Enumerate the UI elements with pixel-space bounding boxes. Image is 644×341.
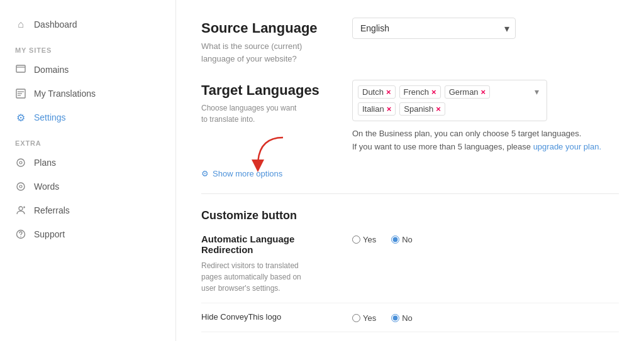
- sidebar-item-words[interactable]: Words: [0, 175, 175, 198]
- auto-redirect-yes-radio[interactable]: [352, 235, 360, 244]
- sidebar-item-label: Dashboard: [34, 19, 77, 30]
- target-languages-title: Target Languages: [201, 82, 327, 99]
- svg-point-9: [19, 185, 22, 188]
- plans-icon: [15, 157, 26, 168]
- customize-button-title: Customize button: [201, 209, 619, 222]
- source-language-label-col: Source Language What is the source (curr…: [201, 18, 327, 65]
- gear-show-more-icon: ⚙: [201, 169, 209, 178]
- svg-point-10: [19, 207, 23, 210]
- source-language-control: English French Spanish German Dutch Ital…: [352, 18, 619, 39]
- auto-redirect-yes-label[interactable]: Yes: [352, 235, 376, 244]
- tag-spanish-close[interactable]: ×: [436, 105, 441, 113]
- tag-italian-label: Italian: [362, 104, 384, 114]
- auto-redirect-label-col: Automatic Language Redirection Redirect …: [201, 234, 327, 294]
- target-languages-tags-container[interactable]: Dutch × French × German × ▾ Italian × Sp: [352, 80, 547, 121]
- settings-icon: ⚙: [15, 112, 26, 123]
- extra-section-label: EXTRA: [0, 129, 175, 151]
- auto-redirect-desc: Redirect visitors to translated pages au…: [201, 260, 327, 294]
- main-content: Source Language What is the source (curr…: [176, 0, 644, 341]
- domains-icon: [15, 64, 26, 75]
- tag-french: French ×: [399, 85, 441, 99]
- hide-logo-radio-group: Yes No: [352, 312, 413, 323]
- tag-dutch-close[interactable]: ×: [386, 88, 391, 96]
- tag-italian: Italian ×: [358, 102, 396, 116]
- sidebar-item-label: Support: [34, 229, 65, 239]
- sidebar-item-label: Settings: [34, 112, 66, 122]
- tag-german-label: German: [449, 87, 479, 97]
- source-language-select-wrapper[interactable]: English French Spanish German Dutch Ital…: [352, 18, 516, 39]
- svg-point-6: [17, 159, 25, 166]
- source-language-title: Source Language: [201, 20, 327, 36]
- section-divider: [201, 193, 619, 194]
- sidebar: ⌂ Dashboard MY SITES Domains My Translat…: [0, 0, 176, 341]
- show-more-section: ⚙ Show more options: [201, 169, 619, 178]
- sidebar-item-label: Words: [34, 181, 59, 192]
- source-language-desc: What is the source (current) language of…: [201, 40, 327, 65]
- sidebar-item-label: Domains: [34, 65, 69, 75]
- auto-redirect-no-radio[interactable]: [391, 235, 399, 244]
- auto-redirect-yes-text: Yes: [363, 235, 376, 244]
- target-languages-label-col: Target Languages Choose languages you wa…: [201, 80, 327, 125]
- hide-logo-no-text: No: [402, 313, 413, 323]
- sidebar-item-label: Referrals: [34, 205, 70, 215]
- auto-redirect-no-text: No: [402, 235, 413, 244]
- hide-logo-yes-radio[interactable]: [352, 314, 360, 322]
- source-language-select[interactable]: English French Spanish German Dutch Ital…: [352, 18, 516, 39]
- tag-spanish: Spanish ×: [399, 102, 445, 116]
- sidebar-item-domains[interactable]: Domains: [0, 58, 175, 82]
- tag-dutch-label: Dutch: [362, 87, 384, 97]
- hide-logo-yes-text: Yes: [363, 313, 376, 323]
- dashboard-icon: ⌂: [15, 19, 26, 30]
- support-icon: [15, 229, 26, 240]
- hide-logo-no-label[interactable]: No: [391, 313, 413, 323]
- sidebar-item-label: My Translations: [34, 89, 96, 99]
- svg-point-8: [17, 183, 25, 190]
- sidebar-item-support[interactable]: Support: [0, 222, 175, 246]
- tag-german-close[interactable]: ×: [481, 88, 486, 96]
- tags-dropdown-arrow[interactable]: ▾: [532, 85, 541, 98]
- hide-logo-no-radio[interactable]: [391, 314, 399, 322]
- sidebar-item-plans[interactable]: Plans: [0, 151, 175, 175]
- words-icon: [15, 181, 26, 192]
- hide-logo-yes-label[interactable]: Yes: [352, 313, 376, 323]
- auto-redirect-row: Automatic Language Redirection Redirect …: [201, 225, 619, 303]
- tag-german: German ×: [445, 85, 491, 99]
- source-language-section: Source Language What is the source (curr…: [201, 18, 619, 65]
- translate-media-row: Translate Media (adopt images Yes No: [201, 332, 619, 341]
- tag-spanish-label: Spanish: [404, 104, 433, 114]
- upgrade-plan-link[interactable]: upgrade your plan.: [533, 142, 601, 151]
- sidebar-item-my-translations[interactable]: My Translations: [0, 82, 175, 106]
- tag-italian-close[interactable]: ×: [387, 105, 392, 113]
- auto-redirect-title: Automatic Language Redirection: [201, 234, 327, 255]
- sidebar-item-settings[interactable]: ⚙ Settings: [0, 106, 175, 129]
- hide-logo-row: Hide ConveyThis logo Yes No: [201, 303, 619, 332]
- sidebar-item-referrals[interactable]: Referrals: [0, 198, 175, 222]
- hide-logo-label-col: Hide ConveyThis logo: [201, 312, 327, 322]
- hide-logo-title: Hide ConveyThis logo: [201, 312, 327, 322]
- referrals-icon: [15, 205, 26, 216]
- sidebar-item-dashboard[interactable]: ⌂ Dashboard: [0, 13, 175, 36]
- tag-french-close[interactable]: ×: [431, 88, 436, 96]
- target-languages-control: Dutch × French × German × ▾ Italian × Sp: [352, 80, 619, 154]
- my-translations-icon: [15, 88, 26, 99]
- customize-button-section: Customize button Automatic Language Redi…: [201, 209, 619, 341]
- target-languages-desc: Choose languages you want to translate i…: [201, 102, 327, 125]
- auto-redirect-no-label[interactable]: No: [391, 235, 413, 244]
- tag-dutch: Dutch ×: [358, 85, 396, 99]
- show-more-options-link[interactable]: ⚙ Show more options: [201, 169, 619, 178]
- my-sites-section-label: MY SITES: [0, 36, 175, 58]
- svg-point-14: [20, 236, 21, 237]
- svg-rect-0: [16, 65, 25, 72]
- target-languages-notice: On the Business plan, you can only choos…: [352, 127, 619, 154]
- sidebar-item-label: Plans: [34, 158, 56, 168]
- target-languages-section: Target Languages Choose languages you wa…: [201, 80, 619, 154]
- show-more-label: Show more options: [213, 169, 282, 178]
- tag-french-label: French: [404, 87, 429, 97]
- auto-redirect-radio-group: Yes No: [352, 234, 413, 244]
- svg-point-7: [19, 161, 22, 164]
